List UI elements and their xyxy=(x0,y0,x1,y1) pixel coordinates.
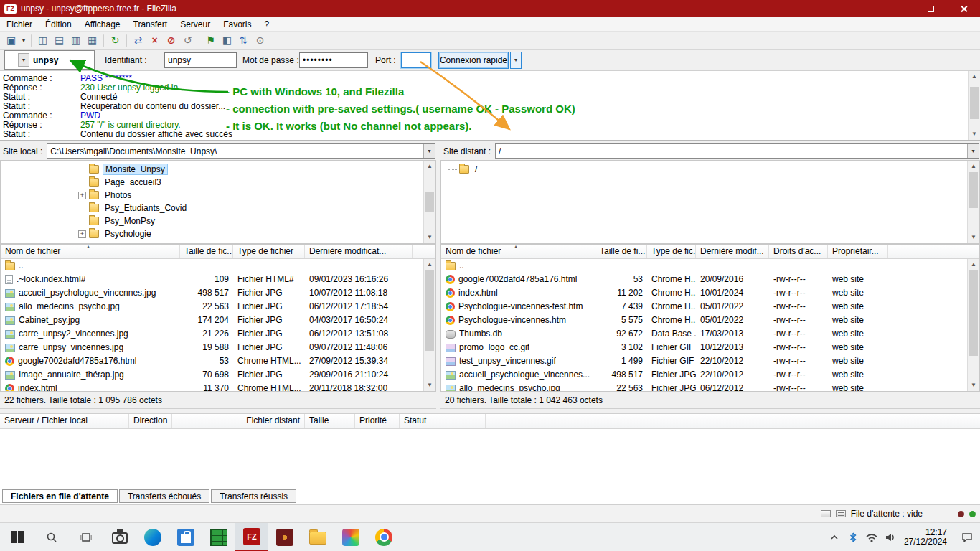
scrollbar-track[interactable] xyxy=(424,270,435,380)
camera-app-icon[interactable] xyxy=(103,523,136,551)
action-center-button[interactable] xyxy=(954,523,980,551)
tree-item[interactable]: + Psychologie xyxy=(1,227,435,240)
remote-tree-toggle-icon[interactable]: ▥ xyxy=(67,33,84,48)
scroll-up-icon[interactable]: ▲ xyxy=(424,161,435,172)
tree-item[interactable]: Psy_MonPsy xyxy=(1,215,435,227)
cancel-icon[interactable]: × xyxy=(146,33,163,48)
minimize-button[interactable] xyxy=(881,0,914,17)
column-header[interactable]: Direction xyxy=(129,414,172,428)
store-app-icon[interactable] xyxy=(169,523,202,551)
menu-affichage[interactable]: Affichage xyxy=(78,17,127,32)
scrollbar-thumb[interactable] xyxy=(970,87,979,119)
scroll-up-icon[interactable]: ▲ xyxy=(968,161,979,172)
file-row[interactable]: test_unpsy_vincennes.gif 1 499 Fichier G… xyxy=(441,354,967,368)
file-row[interactable]: Image_annuaire_thérap.jpg 70 698 Fichier… xyxy=(1,368,423,382)
explorer-app-icon[interactable] xyxy=(301,523,334,551)
remote-path-dropdown-icon[interactable]: ▾ xyxy=(967,144,979,158)
file-row[interactable]: allo_medecins_psycho.jpg 22 563 Fichier … xyxy=(1,300,423,314)
taskbar-clock[interactable]: 12:17 27/12/2024 xyxy=(900,528,954,547)
tray-chevron-button[interactable] xyxy=(825,523,844,551)
file-row[interactable]: Psychologue-vincennes.htm 5 575 Chrome H… xyxy=(441,314,967,327)
file-row[interactable]: index.html 11 202 Chrome H... 10/01/2024… xyxy=(441,286,967,300)
scroll-up-icon[interactable]: ▲ xyxy=(424,259,435,270)
scrollbar-track[interactable] xyxy=(968,270,979,380)
scrollbar-track[interactable] xyxy=(968,172,979,232)
column-header[interactable]: Taille de fi... xyxy=(595,245,647,258)
tree-item[interactable]: + Photos xyxy=(1,189,435,202)
toolbar-separator[interactable] xyxy=(31,34,32,47)
queue-tab[interactable]: Fichiers en file d'attente xyxy=(2,489,118,503)
file-row[interactable]: index.html 11 370 Chrome HTML... 20/11/2… xyxy=(1,382,423,391)
toolbar-separator[interactable] xyxy=(126,34,127,47)
scroll-up-icon[interactable]: ▲ xyxy=(969,71,980,83)
queue-tab[interactable]: Transferts réussis xyxy=(211,489,296,503)
remote-tree-scrollbar[interactable]: ▲ ▼ xyxy=(967,161,979,243)
local-list-scrollbar[interactable]: ▲ ▼ xyxy=(423,259,435,391)
menu-edition[interactable]: Édition xyxy=(39,17,78,32)
file-row[interactable]: .~lock.index.html# 109 Fichier HTML# 09/… xyxy=(1,273,423,286)
column-header[interactable]: Nom de fichier xyxy=(1,245,180,258)
column-header[interactable]: Type de fic... xyxy=(647,245,696,258)
column-header[interactable]: Fichier distant xyxy=(172,414,305,428)
menu-fichier[interactable]: Fichier xyxy=(0,17,39,32)
column-header[interactable]: Propriétair... xyxy=(828,245,888,258)
tree-item[interactable]: Page_accueil3 xyxy=(1,176,435,189)
tree-expander-icon[interactable]: + xyxy=(78,192,86,199)
site-manager-icon[interactable]: ▣ xyxy=(3,33,19,48)
task-view-button[interactable] xyxy=(69,523,103,551)
identifiant-input[interactable] xyxy=(164,52,237,68)
queue-toggle-icon[interactable]: ▦ xyxy=(84,33,100,48)
start-button[interactable] xyxy=(0,523,34,551)
file-row[interactable]: allo_medecins_psycho.jpg 22 563 Fichier … xyxy=(441,382,967,391)
reconnect-icon[interactable]: ↺ xyxy=(179,33,196,48)
scroll-up-icon[interactable]: ▲ xyxy=(968,259,979,270)
file-row[interactable]: google7002dafd4785a176.html 53 Chrome HT… xyxy=(1,354,423,368)
column-header[interactable]: Priorité xyxy=(355,414,400,428)
process-queue-icon[interactable]: ⇄ xyxy=(130,33,146,48)
local-path-combo[interactable]: C:\Users\mgail\Documents\Monsite_Unpsy\ … xyxy=(47,143,435,159)
file-row[interactable]: Thumbs.db 92 672 Data Base ... 17/03/201… xyxy=(441,327,967,341)
bluetooth-button[interactable] xyxy=(844,523,862,551)
column-header[interactable]: Dernière modif... xyxy=(696,245,769,258)
scroll-down-icon[interactable]: ▼ xyxy=(424,232,435,243)
file-row[interactable]: Cabinet_psy.jpg 174 204 Fichier JPG 04/0… xyxy=(1,314,423,327)
tree-expander-icon[interactable]: + xyxy=(78,230,86,238)
tree-expander-icon[interactable] xyxy=(78,204,86,212)
scroll-down-icon[interactable]: ▼ xyxy=(968,380,979,391)
close-button[interactable] xyxy=(947,0,980,17)
queue-tab[interactable]: Transferts échoués xyxy=(119,489,209,503)
tree-expander-icon[interactable] xyxy=(78,217,86,225)
connexion-rapide-dropdown-icon[interactable]: ▾ xyxy=(510,52,522,69)
file-row[interactable]: promo_logo_cc.gif 3 102 Fichier GIF 10/1… xyxy=(441,341,967,354)
tree-item[interactable]: Monsite_Unpsy xyxy=(1,163,435,176)
local-path-dropdown-icon[interactable]: ▾ xyxy=(423,144,435,158)
local-tree-scrollbar[interactable]: ▲ ▼ xyxy=(423,161,435,243)
menu-favoris[interactable]: Favoris xyxy=(217,17,258,32)
filezilla-app-icon[interactable]: FZ xyxy=(235,523,268,551)
chrome-app-icon[interactable] xyxy=(367,523,400,551)
refresh-icon[interactable]: ↻ xyxy=(107,33,123,48)
edge-app-icon[interactable] xyxy=(136,523,169,551)
connexion-rapide-button[interactable]: Connexion rapide xyxy=(438,52,509,69)
tree-item[interactable]: Psy_Etudiants_Covid xyxy=(1,202,435,215)
compare-icon[interactable]: ◧ xyxy=(219,33,235,48)
volume-button[interactable] xyxy=(881,523,900,551)
port-input[interactable] xyxy=(401,52,431,68)
column-header[interactable]: Type de fichier xyxy=(233,245,305,258)
file-row[interactable]: accueil_psychologue_vincennes... 498 517… xyxy=(441,368,967,382)
toolbar-separator[interactable] xyxy=(199,34,199,47)
mot-de-passe-input[interactable] xyxy=(299,52,368,68)
column-header[interactable]: Taille de fic... xyxy=(180,245,233,258)
scroll-down-icon[interactable]: ▼ xyxy=(969,128,980,140)
find-icon[interactable]: ⊙ xyxy=(252,33,268,48)
log-toggle-icon[interactable]: ◫ xyxy=(34,33,51,48)
file-row[interactable]: .. xyxy=(441,259,967,273)
file-row[interactable]: google7002dafd4785a176.html 53 Chrome H.… xyxy=(441,273,967,286)
toolbar-separator[interactable] xyxy=(103,34,104,47)
remote-path-combo[interactable]: / ▾ xyxy=(495,143,979,159)
menu-serveur[interactable]: Serveur xyxy=(174,17,217,32)
scrollbar-thumb[interactable] xyxy=(969,270,978,356)
host-dropdown-icon[interactable]: ▾ xyxy=(18,53,29,67)
sync-browse-icon[interactable]: ⇅ xyxy=(235,33,252,48)
scrollbar-track[interactable] xyxy=(424,172,435,232)
